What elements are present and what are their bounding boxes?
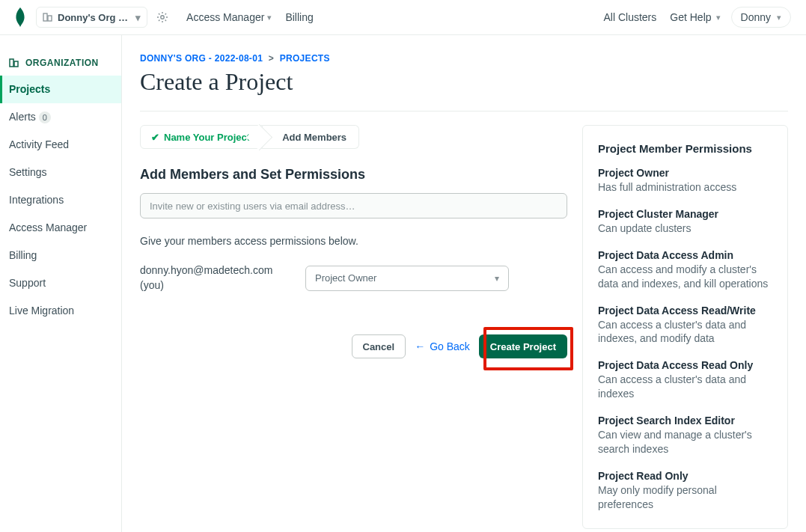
org-name: Donny's Org … [58, 12, 128, 23]
user-name: Donny [741, 11, 771, 23]
perm-item: Project Read OnlyMay only modify persona… [598, 470, 772, 512]
svg-rect-1 [48, 16, 52, 21]
svg-rect-0 [43, 13, 47, 21]
sidebar-item-projects[interactable]: Projects [0, 76, 121, 103]
sidebar-item-label: Integrations [9, 194, 64, 206]
step-name-project[interactable]: ✔ Name Your Project [140, 125, 263, 149]
breadcrumb-sep: > [269, 53, 274, 64]
perm-desc: Can access a cluster's data and indexes,… [598, 318, 772, 346]
wizard-steps: ✔ Name Your Project Add Members [140, 125, 567, 149]
divider [140, 111, 788, 111]
action-row: Cancel ← Go Back Create Project [140, 334, 567, 358]
nav-billing-label: Billing [285, 11, 313, 23]
permissions-panel: Project Member Permissions Project Owner… [582, 125, 788, 529]
cancel-button[interactable]: Cancel [352, 334, 406, 358]
sidebar-item-integrations[interactable]: Integrations [0, 186, 121, 214]
perm-title: Project Search Index Editor [598, 415, 772, 426]
svg-point-2 [161, 16, 164, 19]
nav-billing[interactable]: Billing [285, 11, 313, 23]
nav-access-manager[interactable]: Access Manager ▾ [186, 11, 272, 23]
permissions-panel-title: Project Member Permissions [598, 142, 772, 155]
breadcrumb-projects[interactable]: PROJECTS [280, 53, 330, 64]
permissions-hint: Give your members access permissions bel… [140, 235, 567, 247]
breadcrumb: DONNY'S ORG - 2022-08-01 > PROJECTS [140, 53, 788, 64]
nav-all-clusters-label: All Clusters [603, 11, 656, 23]
org-switcher[interactable]: Donny's Org … ▾ [36, 7, 147, 28]
sidebar-heading-label: ORGANIZATION [25, 58, 99, 68]
sidebar-item-live-migration[interactable]: Live Migration [0, 297, 121, 325]
step-add-members[interactable]: Add Members [263, 125, 359, 149]
arrow-left-icon: ← [415, 340, 425, 352]
sidebar-item-alerts[interactable]: Alerts0 [0, 103, 121, 131]
perm-item: Project Data Access Read/WriteCan access… [598, 305, 772, 346]
perm-title: Project Data Access Admin [598, 249, 772, 261]
nav-access-manager-label: Access Manager [186, 11, 264, 23]
nav-all-clusters[interactable]: All Clusters [603, 11, 656, 23]
sidebar-item-support[interactable]: Support [0, 269, 121, 297]
org-icon [9, 58, 19, 68]
org-icon [43, 12, 53, 22]
cancel-label: Cancel [363, 341, 395, 352]
perm-title: Project Cluster Manager [598, 208, 772, 220]
sidebar-item-label: Live Migration [9, 305, 74, 317]
step-label: Name Your Project [164, 132, 250, 143]
perm-title: Project Owner [598, 167, 772, 179]
perm-title: Project Read Only [598, 470, 772, 482]
invite-input[interactable] [140, 193, 567, 218]
perm-desc: Can access and modify a cluster's data a… [598, 263, 772, 291]
alerts-badge: 0 [39, 111, 51, 123]
go-back-link[interactable]: ← Go Back [415, 340, 470, 352]
mongodb-leaf-icon [15, 7, 25, 27]
user-menu[interactable]: Donny ▾ [731, 7, 791, 28]
perm-item: Project Search Index EditorCan view and … [598, 415, 772, 456]
chevron-down-icon: ▾ [495, 273, 499, 284]
breadcrumb-org[interactable]: DONNY'S ORG - 2022-08-01 [140, 53, 263, 64]
svg-rect-3 [10, 59, 13, 67]
chevron-down-icon: ▾ [777, 13, 781, 22]
nav-get-help[interactable]: Get Help ▾ [670, 11, 720, 23]
create-label: Create Project [490, 341, 556, 352]
sidebar-item-label: Settings [9, 166, 47, 178]
sidebar-item-activity-feed[interactable]: Activity Feed [0, 131, 121, 159]
sidebar-item-billing[interactable]: Billing [0, 242, 121, 269]
content: DONNY'S ORG - 2022-08-01 > PROJECTS Crea… [122, 35, 806, 532]
settings-gear-button[interactable] [152, 7, 173, 28]
create-project-button[interactable]: Create Project [479, 334, 567, 358]
perm-desc: Can view and manage a cluster's search i… [598, 428, 772, 456]
perm-item: Project OwnerHas full administration acc… [598, 167, 772, 195]
nav-get-help-label: Get Help [670, 11, 711, 23]
perm-item: Project Cluster ManagerCan update cluste… [598, 208, 772, 236]
perm-item: Project Data Access AdminCan access and … [598, 249, 772, 291]
chevron-down-icon: ▾ [716, 13, 721, 22]
member-row: donny.hyon@madetech.com (you) Project Ow… [140, 263, 567, 293]
topbar: Donny's Org … ▾ Access Manager ▾ Billing… [0, 0, 806, 35]
perm-title: Project Data Access Read/Write [598, 305, 772, 317]
gear-icon [156, 11, 168, 23]
sidebar-item-settings[interactable]: Settings [0, 159, 121, 186]
sidebar-item-label: Projects [9, 83, 50, 95]
perm-item: Project Data Access Read OnlyCan access … [598, 359, 772, 401]
page-title: Create a Project [140, 68, 788, 96]
perm-title: Project Data Access Read Only [598, 359, 772, 371]
role-select[interactable]: Project Owner ▾ [305, 266, 509, 291]
step-label: Add Members [282, 132, 346, 143]
sidebar-heading: ORGANIZATION [0, 58, 121, 76]
check-icon: ✔ [151, 132, 159, 143]
perm-desc: May only modify personal preferences [598, 483, 772, 512]
sidebar-item-access-manager[interactable]: Access Manager [0, 214, 121, 242]
sidebar: ORGANIZATION Projects Alerts0 Activity F… [0, 35, 122, 532]
perm-desc: Can access a cluster's data and indexes [598, 373, 772, 401]
svg-rect-4 [14, 61, 18, 67]
go-back-label: Go Back [430, 340, 470, 352]
sidebar-item-label: Activity Feed [9, 138, 69, 150]
perm-desc: Can update clusters [598, 221, 772, 236]
member-email: donny.hyon@madetech.com (you) [140, 263, 293, 293]
sidebar-item-label: Alerts [9, 111, 36, 123]
section-title: Add Members and Set Permissions [140, 167, 567, 183]
sidebar-item-label: Access Manager [9, 221, 87, 233]
sidebar-item-label: Support [9, 277, 46, 289]
perm-desc: Has full administration access [598, 180, 772, 195]
sidebar-item-label: Billing [9, 249, 37, 261]
chevron-down-icon: ▾ [135, 12, 141, 23]
chevron-down-icon: ▾ [267, 13, 272, 22]
